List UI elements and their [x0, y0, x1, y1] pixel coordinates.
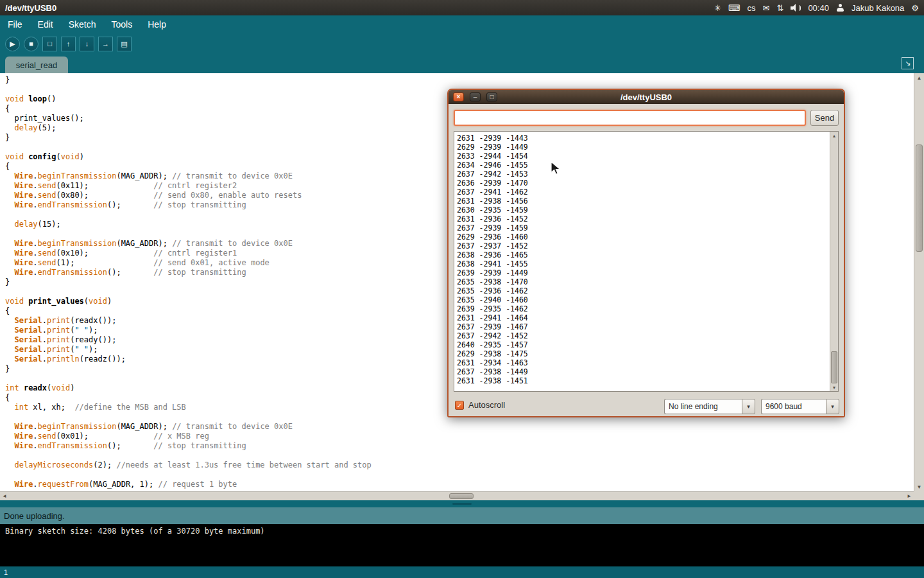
line-number-bar: 1	[0, 566, 924, 578]
scroll-up-arrow-icon[interactable]: ▲	[914, 73, 924, 82]
mail-icon[interactable]: ✉	[763, 4, 770, 12]
code-line: delayMicroseconds(2); //needs at least 1…	[5, 460, 914, 470]
chevron-down-icon: ▾	[742, 399, 755, 414]
keyboard-icon[interactable]: ⌨	[728, 4, 740, 12]
window-controls: × – □	[449, 92, 497, 101]
tabstrip: serial_read ↘	[0, 54, 924, 73]
scroll-right-arrow-icon[interactable]: ►	[905, 492, 914, 500]
menu-item-file[interactable]: File	[8, 19, 22, 30]
clock[interactable]: 00:40	[808, 4, 829, 12]
tab-menu-button[interactable]: ↘	[902, 57, 914, 69]
serial-send-input[interactable]	[454, 110, 806, 126]
baud-rate-select[interactable]: 9600 baud ▾	[761, 399, 839, 414]
console-splitter[interactable]	[0, 500, 924, 507]
autoscroll-checkbox[interactable]: ✓	[455, 401, 464, 410]
scroll-down-arrow-icon[interactable]: ▼	[914, 482, 924, 491]
console-text: Binary sketch size: 4208 bytes (of a 307…	[5, 527, 265, 536]
serial-output-line: 2634 -2946 -1455	[457, 161, 838, 170]
autoscroll-label: Autoscroll	[468, 400, 505, 410]
serial-monitor-icon: ▤	[121, 40, 127, 48]
maximize-icon: □	[490, 94, 493, 100]
scroll-left-arrow-icon[interactable]: ◄	[0, 492, 9, 500]
menu-item-edit[interactable]: Edit	[38, 19, 53, 30]
volume-icon[interactable]	[791, 4, 801, 12]
close-button[interactable]: ×	[453, 92, 464, 101]
serial-output-line: 2635 -2940 -1460	[457, 295, 838, 304]
open-icon: ↑	[67, 40, 71, 48]
serial-output-scrollbar[interactable]: ▲ ▼	[830, 132, 838, 391]
serial-output-line: 2629 -2936 -1460	[457, 232, 838, 241]
serial-output-line: 2630 -2935 -1459	[457, 206, 838, 215]
menubar-items: FileEditSketchToolsHelp	[0, 15, 924, 33]
panel-indicators: ✳ ⌨ cs ✉ ⇅ 00:40 Jakub Kakona ⚙	[714, 4, 924, 12]
serial-output-line: 2631 -2938 -1456	[457, 197, 838, 206]
serial-monitor-title: /dev/ttyUSB0	[449, 92, 844, 102]
serial-monitor-body: Send 2631 -2939 -14432629 -2939 -1449263…	[449, 104, 844, 416]
upload-button[interactable]: →	[98, 37, 113, 51]
screen: /dev/ttyUSB0 ✳ ⌨ cs ✉ ⇅ 00:40 Jakub Kako…	[0, 0, 924, 578]
menu-item-tools[interactable]: Tools	[112, 19, 133, 30]
volume-icon-wave	[798, 5, 801, 11]
serial-output-line: 2635 -2936 -1462	[457, 286, 838, 295]
splitter-handle[interactable]	[452, 503, 472, 505]
editor-vertical-scrollbar[interactable]: ▲ ▼	[914, 73, 924, 491]
toolbar: ▶ ■ □ ↑ ↓ → ▤	[0, 33, 924, 54]
code-line	[5, 470, 914, 480]
code-line: Wire.requestFrom(MAG_ADDR, 1); // reques…	[5, 480, 914, 489]
tab-label: serial_read	[16, 60, 57, 70]
serial-output-line: 2635 -2938 -1470	[457, 277, 838, 286]
new-sketch-button[interactable]: □	[42, 37, 57, 51]
status-bar: Done uploading.	[0, 507, 924, 524]
serial-output-line: 2638 -2936 -1465	[457, 250, 838, 259]
menu-item-sketch[interactable]: Sketch	[69, 19, 96, 30]
scroll-up-arrow-icon[interactable]: ▲	[830, 132, 838, 139]
serial-monitor-button[interactable]: ▤	[117, 37, 132, 51]
new-file-icon: □	[47, 40, 52, 48]
username[interactable]: Jakub Kakona	[851, 4, 904, 12]
tab-menu-icon: ↘	[905, 59, 911, 67]
editor-hscroll-thumb[interactable]	[449, 493, 474, 499]
tab-serial-read[interactable]: serial_read	[5, 57, 68, 73]
close-icon: ×	[457, 94, 461, 100]
gear-icon[interactable]: ⚙	[911, 4, 919, 12]
serial-output-line: 2631 -2941 -1464	[457, 313, 838, 322]
keyboard-layout-label[interactable]: cs	[748, 4, 756, 12]
serial-output-line: 2629 -2938 -1475	[457, 349, 838, 358]
menu-item-help[interactable]: Help	[148, 19, 166, 30]
line-number: 1	[4, 568, 8, 576]
play-icon: ▶	[10, 40, 15, 48]
stop-icon: ■	[29, 40, 33, 48]
minimize-icon: –	[474, 94, 477, 100]
verify-button[interactable]: ▶	[5, 37, 20, 51]
serial-scroll-thumb[interactable]	[831, 351, 837, 383]
serial-output-line: 2637 -2941 -1462	[457, 188, 838, 197]
line-ending-select[interactable]: No line ending ▾	[664, 399, 755, 414]
serial-monitor-titlebar[interactable]: /dev/ttyUSB0 × – □	[449, 90, 844, 104]
code-line: }	[5, 75, 914, 85]
serial-output-line: 2639 -2935 -1462	[457, 304, 838, 313]
serial-output-line: 2638 -2941 -1455	[457, 259, 838, 268]
serial-output-line: 2629 -2939 -1449	[457, 143, 838, 152]
open-sketch-button[interactable]: ↑	[61, 37, 76, 51]
send-button[interactable]: Send	[810, 110, 839, 126]
minimize-button[interactable]: –	[470, 92, 481, 101]
console-output: Binary sketch size: 4208 bytes (of a 307…	[0, 524, 924, 566]
bluetooth-icon[interactable]: ✳	[714, 4, 721, 12]
volume-icon-cone	[792, 4, 796, 12]
check-icon: ✓	[457, 402, 462, 409]
code-line: Wire.endTransmission(); // stop transmit…	[5, 441, 914, 451]
code-line	[5, 451, 914, 460]
network-icon[interactable]: ⇅	[776, 4, 783, 12]
top-panel: /dev/ttyUSB0 ✳ ⌨ cs ✉ ⇅ 00:40 Jakub Kako…	[0, 0, 924, 15]
scroll-down-arrow-icon[interactable]: ▼	[830, 383, 838, 391]
serial-output-line: 2637 -2937 -1452	[457, 241, 838, 250]
stop-button[interactable]: ■	[24, 37, 38, 51]
serial-output-line: 2631 -2939 -1443	[457, 134, 838, 143]
serial-output-line: 2636 -2939 -1470	[457, 179, 838, 188]
serial-output-lines[interactable]: 2631 -2939 -14432629 -2939 -14492633 -29…	[454, 131, 839, 392]
editor-vscroll-thumb[interactable]	[916, 144, 923, 252]
save-sketch-button[interactable]: ↓	[80, 37, 94, 51]
maximize-button[interactable]: □	[486, 92, 497, 101]
editor-horizontal-scrollbar[interactable]: ◄ ►	[0, 491, 914, 500]
user-icon	[836, 4, 844, 12]
